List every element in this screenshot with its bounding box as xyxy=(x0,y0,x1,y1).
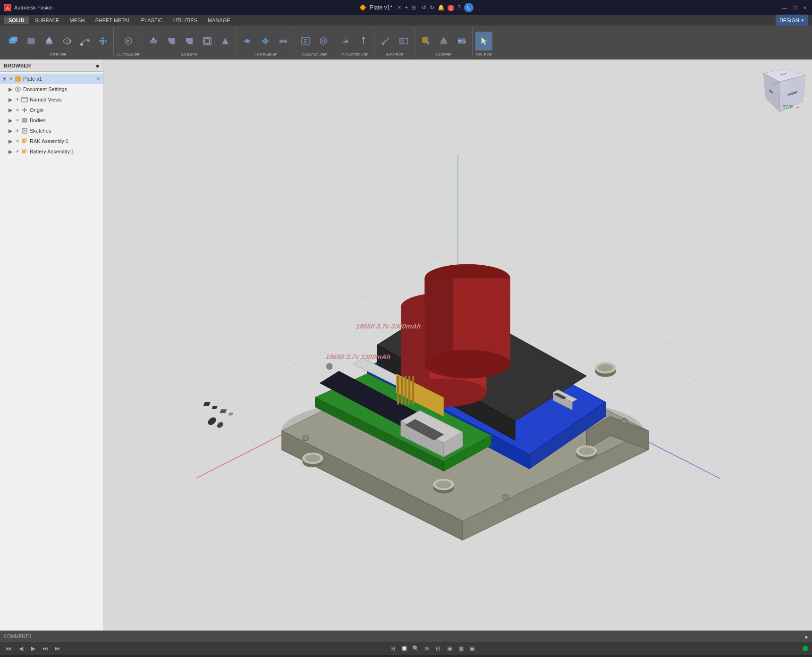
eye-battery[interactable]: 👁 xyxy=(15,149,20,154)
move-btn[interactable] xyxy=(94,32,111,51)
sweep-btn[interactable] xyxy=(76,32,93,51)
fit-all-btn[interactable]: ⊞ xyxy=(388,644,398,653)
extrude-btn[interactable] xyxy=(41,32,58,51)
toggle-plate[interactable]: ▼ xyxy=(2,76,8,82)
viewport[interactable]: 18650 3.7v 3300mAh 18650 3.7v 3300mAh xyxy=(104,59,812,631)
canvas-btn[interactable]: IMG xyxy=(453,32,470,51)
construct-axis-btn[interactable] xyxy=(355,32,372,51)
fillet-btn[interactable] xyxy=(163,32,180,51)
decal-btn[interactable] xyxy=(435,32,452,51)
notification-btn[interactable]: 🔔 xyxy=(438,4,445,11)
expand-btn[interactable]: ⊞ xyxy=(411,4,416,11)
automate-btn[interactable] xyxy=(120,32,137,51)
eye-sketches[interactable]: 👁 xyxy=(15,128,20,134)
tree-item-namedviews[interactable]: ▶ 👁 Named Views xyxy=(0,94,103,105)
toolbar-tab-sheetmetal[interactable]: SHEET METAL xyxy=(90,17,135,24)
play-prev-btn[interactable]: ◀ xyxy=(16,644,25,653)
toggle-origin[interactable]: ▶ xyxy=(8,107,14,113)
cube-3d[interactable]: TOP FRONT RIGHT LEFT BACK BTM xyxy=(770,72,795,104)
close-btn[interactable]: × xyxy=(802,5,808,10)
configure-btn1[interactable] xyxy=(297,32,314,51)
construct-plane-btn[interactable] xyxy=(337,32,354,51)
play-next-btn[interactable]: ⏭ xyxy=(41,644,50,653)
toolbar-tab-plastic[interactable]: PLASTIC xyxy=(136,17,168,24)
close-tab-btn[interactable]: × xyxy=(398,4,401,11)
user-avatar[interactable]: U xyxy=(464,3,474,12)
gear-plate[interactable]: ⚙ xyxy=(95,76,101,82)
svg-rect-15 xyxy=(102,40,104,42)
select-btn[interactable] xyxy=(475,32,492,51)
tree-item-docsettings[interactable]: ▶ Document Settings xyxy=(0,84,103,94)
svg-rect-149 xyxy=(408,376,410,405)
svg-rect-5 xyxy=(46,42,52,44)
display-mode-btn2[interactable]: ▦ xyxy=(456,644,465,653)
inspect-items xyxy=(377,32,412,51)
chamfer-btn[interactable] xyxy=(181,32,198,51)
new-body-btn[interactable] xyxy=(23,32,40,51)
toggle-battery[interactable]: ▶ xyxy=(8,149,14,155)
toggle-docsettings[interactable]: ▶ xyxy=(8,86,14,93)
joint-origin-btn[interactable] xyxy=(257,32,274,51)
zoom-out-btn[interactable]: ⊟ xyxy=(433,644,443,653)
toolbar-tab-manage[interactable]: MANAGE xyxy=(203,17,235,24)
play-start-btn[interactable]: ⏮ xyxy=(4,644,13,653)
toolbar-section-inspect: INSPECT ▼ xyxy=(375,27,414,57)
toggle-sketches[interactable]: ▶ xyxy=(8,128,14,134)
measure-btn[interactable] xyxy=(377,32,394,51)
forward-btn[interactable]: ↻ xyxy=(430,4,434,11)
press-pull-btn[interactable] xyxy=(145,32,162,51)
titlebar: A Autodesk Fusion 🔶 Plate v1* × + ⊞ ↺ ↻ … xyxy=(0,0,812,15)
display-mode-btn1[interactable]: ▣ xyxy=(445,644,454,653)
toolbar-tab-utilities[interactable]: UTILITIES xyxy=(169,17,202,24)
icon-sketches xyxy=(21,127,28,135)
eye-plate[interactable]: 👁 xyxy=(8,76,14,82)
toggle-namedviews[interactable]: ▶ xyxy=(8,97,14,103)
viewport-grid: 18650 3.7v 3300mAh 18650 3.7v 3300mAh xyxy=(104,59,812,631)
toolbar-tab-surface[interactable]: SURFACE xyxy=(30,17,64,24)
tree-item-rak[interactable]: ▶ 👁 RAK Assembly:1 xyxy=(0,136,103,146)
comments-dot[interactable]: ● xyxy=(804,633,808,640)
svg-text:18650 3.7v 3300mAh: 18650 3.7v 3300mAh xyxy=(324,354,392,361)
back-btn[interactable]: ↺ xyxy=(422,4,426,11)
shell-btn[interactable] xyxy=(199,32,216,51)
minimize-btn[interactable]: — xyxy=(780,5,789,10)
rigid-group-btn[interactable] xyxy=(275,32,292,51)
new-component-btn[interactable] xyxy=(5,32,22,51)
eye-bodies[interactable]: 👁 xyxy=(15,118,20,123)
create-items xyxy=(5,32,111,51)
zoom-in-btn[interactable]: ⊕ xyxy=(422,644,431,653)
browser-expand-btn[interactable]: ● xyxy=(96,62,100,69)
viewcube[interactable]: TOP FRONT RIGHT LEFT BACK BTM TOP → xyxy=(765,69,803,107)
help-btn[interactable]: ? xyxy=(457,4,461,11)
tree-item-origin[interactable]: ▶ 👁 Origin xyxy=(0,105,103,115)
toolbar-tab-mesh[interactable]: MESH xyxy=(65,17,90,24)
tree-item-battery[interactable]: ▶ 👁 Battery Assembly:1 xyxy=(0,146,103,157)
section-analysis-btn[interactable] xyxy=(395,32,412,51)
display-mode-btn3[interactable]: ▣ xyxy=(467,644,477,653)
svg-point-120 xyxy=(503,495,508,500)
revolve-btn[interactable] xyxy=(59,32,76,51)
tree-item-sketches[interactable]: ▶ 👁 Sketches xyxy=(0,126,103,136)
eye-namedviews[interactable]: 👁 xyxy=(15,97,20,102)
tree-item-bodies[interactable]: ▶ 👁 Bodies xyxy=(0,115,103,126)
draft-btn[interactable] xyxy=(217,32,234,51)
tree-item-plate[interactable]: ▼ 👁 Plate v1 ⚙ xyxy=(0,74,103,84)
insert-derive-btn[interactable] xyxy=(417,32,434,51)
toggle-bodies[interactable]: ▶ xyxy=(8,118,14,124)
new-tab-btn[interactable]: + xyxy=(405,4,408,11)
new-joint-btn[interactable] xyxy=(239,32,256,51)
svg-point-137 xyxy=(424,350,510,379)
play-btn[interactable]: ▶ xyxy=(28,644,38,653)
look-at-btn[interactable]: 🔲 xyxy=(399,644,409,653)
svg-rect-150 xyxy=(412,376,414,405)
maximize-btn[interactable]: □ xyxy=(792,5,799,10)
design-button[interactable]: DESIGN ▼ xyxy=(776,15,808,26)
toolbar-tab-solid[interactable]: SOLID xyxy=(4,17,29,24)
toggle-rak[interactable]: ▶ xyxy=(8,138,14,144)
zoom-fit-btn[interactable]: 🔍 xyxy=(411,644,420,653)
svg-point-55 xyxy=(17,88,19,90)
eye-origin[interactable]: 👁 xyxy=(15,107,20,113)
configure-btn2[interactable] xyxy=(315,32,332,51)
play-end-btn[interactable]: ⏭ xyxy=(53,644,62,653)
eye-rak[interactable]: 👁 xyxy=(15,138,20,144)
